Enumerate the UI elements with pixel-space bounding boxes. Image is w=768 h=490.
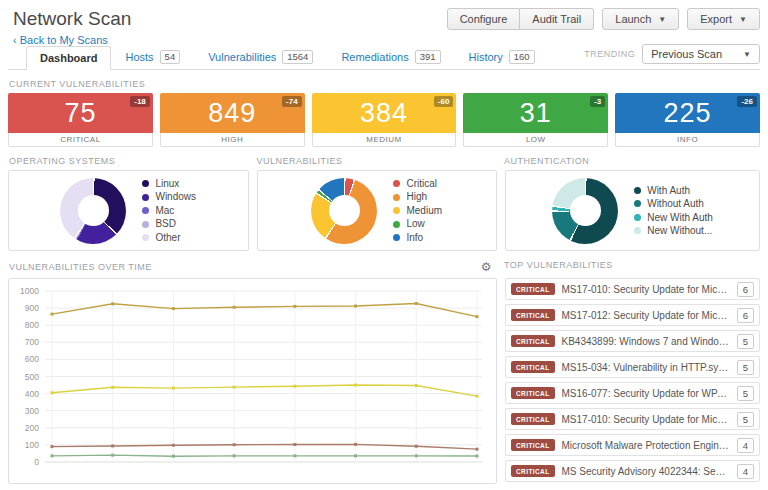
- legend-label: Critical: [406, 177, 437, 191]
- vulnerability-list-item[interactable]: CRITICALMS17-010: Security Update for Mi…: [505, 408, 760, 430]
- legend-dot-icon: [142, 234, 149, 241]
- severity-badge: CRITICAL: [511, 361, 555, 373]
- data-point: [111, 302, 114, 305]
- severity-card-value-area[interactable]: 225-26: [615, 93, 760, 133]
- legend-dot-icon: [142, 221, 149, 228]
- legend-item: BSD: [142, 217, 196, 231]
- donut-chart: [60, 178, 126, 244]
- trending-label: TRENDING: [584, 49, 635, 59]
- donut-hole: [329, 195, 360, 226]
- severity-card-low: 31-3LOW: [463, 93, 608, 147]
- severity-card-value-area[interactable]: 384-60: [312, 93, 457, 133]
- bottom-panels-row: 01002003004005006007008009001000 CRITICA…: [8, 278, 760, 486]
- export-button[interactable]: Export▼: [687, 8, 760, 30]
- legend-label: High: [406, 190, 427, 204]
- tab-history[interactable]: History160: [455, 44, 549, 70]
- vulnerabilities-donut-title: VULNERABILITIES: [257, 156, 495, 166]
- data-point: [233, 306, 236, 309]
- severity-card-label: MEDIUM: [312, 133, 457, 147]
- authentication-title: AUTHENTICATION: [504, 156, 759, 166]
- legend-label: Without Auth: [647, 197, 704, 211]
- vulnerability-list-item[interactable]: CRITICALMS Security Advisory 4022344: Se…: [505, 460, 760, 482]
- severity-badge: CRITICAL: [511, 335, 555, 347]
- data-point: [354, 384, 357, 387]
- donut-legend: CriticalHighMediumLowInfo: [393, 177, 442, 245]
- severity-badge: CRITICAL: [511, 309, 555, 321]
- tab-remediations[interactable]: Remediations391: [327, 44, 454, 70]
- top-bar: Network Scan ‹ Back to My Scans Configur…: [0, 0, 768, 44]
- trending-select[interactable]: Previous Scan ▼: [642, 44, 760, 64]
- data-point: [293, 385, 296, 388]
- legend-label: Info: [406, 231, 423, 245]
- legend-item: Windows: [142, 190, 196, 204]
- donut-hole: [570, 195, 601, 226]
- top-vulnerabilities-title: TOP VULNERABILITIES: [504, 260, 759, 274]
- tab-label: Vulnerabilities: [208, 51, 276, 63]
- legend-item: Medium: [393, 204, 442, 218]
- data-point: [354, 305, 357, 308]
- tab-vulnerabilities[interactable]: Vulnerabilities1564: [194, 44, 327, 70]
- severity-badge: CRITICAL: [511, 283, 555, 295]
- legend-dot-icon: [393, 194, 400, 201]
- vulnerability-count: 5: [737, 412, 754, 427]
- legend-item: Without Auth: [634, 197, 713, 211]
- vulnerabilities-panel: CriticalHighMediumLowInfo: [257, 170, 498, 251]
- vulnerability-count: 5: [737, 386, 754, 401]
- severity-card-label: LOW: [463, 133, 608, 147]
- gear-icon[interactable]: ⚙: [481, 260, 492, 274]
- severity-card-value-area[interactable]: 31-3: [463, 93, 608, 133]
- vulnerability-list-item[interactable]: CRITICALMS16-077: Security Update for WP…: [505, 382, 760, 404]
- operating-systems-title: OPERATING SYSTEMS: [9, 156, 247, 166]
- data-point: [233, 443, 236, 446]
- legend-label: Medium: [406, 204, 442, 218]
- audit-trail-button[interactable]: Audit Trail: [520, 8, 594, 30]
- legend-dot-icon: [634, 227, 641, 234]
- legend-item: Info: [393, 231, 442, 245]
- top-vulnerabilities-list: CRITICALMS17-010: Security Update for Mi…: [505, 278, 760, 486]
- chevron-down-icon: ▼: [658, 15, 666, 24]
- tab-hosts[interactable]: Hosts54: [111, 44, 194, 70]
- operating-systems-panel: LinuxWindowsMacBSDOther: [8, 170, 249, 251]
- launch-button[interactable]: Launch▼: [602, 8, 679, 30]
- data-point: [111, 444, 114, 447]
- svg-text:500: 500: [25, 372, 39, 382]
- legend-dot-icon: [393, 221, 400, 228]
- current-vulnerabilities-title: CURRENT VULNERABILITIES: [9, 79, 759, 89]
- configure-button[interactable]: Configure: [447, 8, 521, 30]
- severity-card-value-area[interactable]: 75-18: [8, 93, 153, 133]
- legend-item: New Without...: [634, 224, 713, 238]
- vulnerability-list-item[interactable]: CRITICALMS17-012: Security Update for Mi…: [505, 304, 760, 326]
- vulnerability-count: 4: [737, 438, 754, 453]
- severity-card-value-area[interactable]: 849-74: [160, 93, 305, 133]
- severity-card-label: CRITICAL: [8, 133, 153, 147]
- tab-count-badge: 1564: [282, 50, 313, 64]
- legend-item: High: [393, 190, 442, 204]
- data-point: [293, 305, 296, 308]
- legend-dot-icon: [634, 187, 641, 194]
- data-point: [51, 454, 54, 457]
- tab-label: Hosts: [125, 51, 153, 63]
- severity-delta-badge: -18: [130, 96, 150, 107]
- vulnerability-name: MS15-034: Vulnerability in HTTP.sys Coul…: [562, 362, 730, 373]
- vulnerability-count: 5: [737, 360, 754, 375]
- vulnerability-list-item[interactable]: CRITICALKB4343899: Windows 7 and Windows…: [505, 330, 760, 352]
- authentication-panel: With AuthWithout AuthNew With AuthNew Wi…: [505, 170, 760, 251]
- vulnerability-list-item[interactable]: CRITICALMicrosoft Malware Protection Eng…: [505, 434, 760, 456]
- severity-count: 225: [664, 98, 712, 129]
- legend-label: Linux: [155, 177, 179, 191]
- tab-bar: DashboardHosts54Vulnerabilities1564Remed…: [8, 44, 760, 70]
- chevron-down-icon: ▼: [739, 15, 747, 24]
- vulns-over-time-title: VULNERABILITIES OVER TIME: [9, 262, 152, 272]
- svg-text:300: 300: [25, 406, 39, 416]
- data-point: [415, 384, 418, 387]
- vulnerability-list-item[interactable]: CRITICALMS15-034: Vulnerability in HTTP.…: [505, 356, 760, 378]
- tab-label: Dashboard: [40, 52, 97, 64]
- data-point: [476, 395, 479, 398]
- vulnerability-list-item[interactable]: CRITICALMS17-010: Security Update for Mi…: [505, 278, 760, 300]
- tab-dashboard[interactable]: Dashboard: [26, 46, 111, 70]
- severity-card-critical: 75-18CRITICAL: [8, 93, 153, 147]
- data-point: [172, 387, 175, 390]
- top-bar-buttons: Configure Audit Trail Launch▼ Export▼: [447, 8, 760, 30]
- data-point: [111, 454, 114, 457]
- legend-dot-icon: [634, 200, 641, 207]
